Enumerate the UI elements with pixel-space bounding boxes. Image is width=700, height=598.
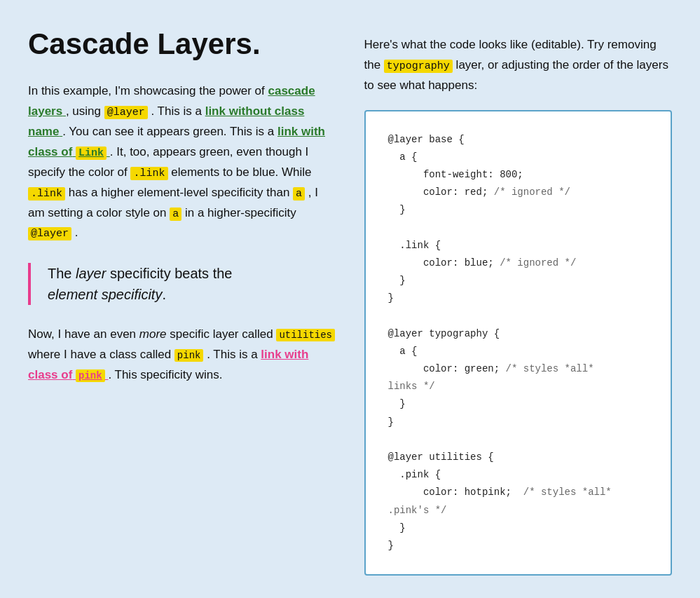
layer-em: layer	[76, 266, 106, 281]
right-description: Here's what the code looks like (editabl…	[364, 35, 673, 96]
pink-highlight: pink	[76, 369, 105, 382]
element-specificity-em: element specificity	[48, 287, 162, 302]
left-column: Cascade Layers. In this example, I'm sho…	[28, 28, 336, 576]
dot-link-code-1: .link	[130, 167, 167, 180]
more-em: more	[139, 327, 167, 341]
right-column: Here's what the code looks like (editabl…	[364, 28, 673, 576]
second-part1: Now, I have an even	[28, 327, 139, 341]
blockquote: The layer specificity beats the element …	[28, 263, 336, 305]
a-code-1: a	[293, 187, 305, 201]
utilities-code: utilities	[276, 329, 335, 341]
pink-code: pink	[174, 349, 204, 362]
link-code-highlight: Link	[76, 147, 107, 160]
page-layout: Cascade Layers. In this example, I'm sho…	[28, 28, 672, 576]
second-part3: where I have a class called	[28, 348, 174, 361]
blockquote-text: The layer specificity beats the element …	[48, 263, 336, 305]
intro-text-part1: In this example, I'm showcasing the powe…	[28, 84, 265, 97]
intro-part6: elements to be blue. While	[171, 165, 311, 179]
intro-part9: in a higher-specificity	[185, 206, 296, 219]
typography-highlight: typography	[384, 60, 453, 73]
second-part5: . This specificity wins.	[108, 368, 222, 381]
intro-part2: , using	[66, 104, 101, 118]
intro-paragraph: In this example, I'm showcasing the powe…	[28, 81, 336, 243]
at-layer-code-1: @layer	[104, 106, 148, 119]
dot-link-code-2: .link	[28, 187, 65, 201]
a-code-2: a	[170, 208, 181, 221]
second-part2: specific layer called	[170, 327, 276, 341]
at-layer-code-2: @layer	[28, 227, 71, 240]
intro-part4: . You can see it appears green. This is …	[62, 125, 274, 138]
intro-part7: has a higher element-level specificity t…	[69, 186, 293, 199]
second-paragraph: Now, I have an even more specific layer …	[28, 325, 336, 386]
intro-part10: .	[75, 226, 78, 239]
intro-part3: . This is a	[151, 104, 201, 118]
second-part4: . This is a	[207, 348, 261, 361]
page-title: Cascade Layers.	[28, 28, 336, 60]
code-editor[interactable]: @layer base { a { font-weight: 800; colo…	[364, 110, 673, 576]
